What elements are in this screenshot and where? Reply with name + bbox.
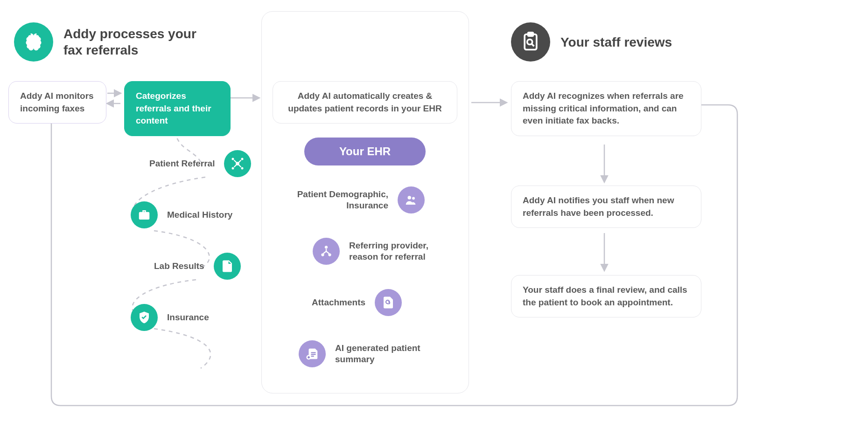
- box-update-ehr: Addy AI automatically creates & updates …: [273, 81, 457, 124]
- cat-patient-referral: Patient Referral: [149, 150, 251, 177]
- box-categorize: Categorizes referrals and their content: [124, 81, 231, 136]
- cat-label: Medical History: [167, 209, 232, 220]
- ehr-summary: AI generated patient summary: [299, 340, 438, 367]
- ehr-provider: Referring provider, reason for referral: [313, 238, 452, 265]
- svg-point-17: [325, 246, 328, 248]
- cat-label: Patient Demographic, Insurance: [286, 189, 388, 211]
- cat-lab-results: Lab Results: [154, 253, 241, 280]
- cat-insurance: Insurance: [131, 304, 209, 331]
- medical-bag-icon: [131, 201, 158, 228]
- cat-medical-history: Medical History: [131, 201, 232, 228]
- svg-point-15: [408, 196, 412, 200]
- svg-point-13: [232, 167, 234, 170]
- attachment-icon: [375, 289, 402, 316]
- clipboard-search-icon: [511, 22, 550, 62]
- ehr-attachments: Attachments: [312, 289, 402, 316]
- brain-icon: [14, 22, 53, 62]
- box-recognize: Addy AI recognizes when referrals are mi…: [511, 81, 701, 136]
- document-icon: [214, 253, 241, 280]
- cat-label: Lab Results: [154, 261, 204, 272]
- cat-label: AI generated patient summary: [335, 343, 438, 365]
- svg-point-16: [412, 197, 415, 200]
- col1-header: Addy processes your fax referrals: [14, 22, 213, 62]
- box-review: Your staff does a final review, and call…: [511, 275, 701, 317]
- shield-check-icon: [131, 304, 158, 331]
- ehr-pill: Your EHR: [304, 138, 426, 165]
- hierarchy-icon: [313, 238, 340, 265]
- svg-rect-7: [528, 33, 533, 36]
- box-notify: Addy AI notifies you staff when new refe…: [511, 186, 701, 228]
- svg-line-9: [532, 44, 534, 47]
- ehr-demographic: Patient Demographic, Insurance: [286, 186, 425, 214]
- svg-point-11: [232, 158, 234, 160]
- cat-label: Referring provider, reason for referral: [349, 240, 452, 262]
- col1-title: Addy processes your fax referrals: [63, 26, 213, 58]
- col3-header: Your staff reviews: [511, 22, 672, 62]
- svg-point-14: [241, 167, 244, 170]
- cat-label: Patient Referral: [149, 158, 215, 169]
- col3-title: Your staff reviews: [560, 34, 672, 50]
- svg-point-8: [527, 40, 532, 45]
- network-icon: [224, 150, 251, 177]
- cat-label: Insurance: [167, 312, 209, 323]
- people-icon: [398, 186, 425, 214]
- cat-label: Attachments: [312, 297, 365, 308]
- svg-point-12: [241, 158, 244, 160]
- box-monitor: Addy AI monitors incoming faxes: [8, 81, 106, 124]
- document-plus-icon: [299, 340, 326, 367]
